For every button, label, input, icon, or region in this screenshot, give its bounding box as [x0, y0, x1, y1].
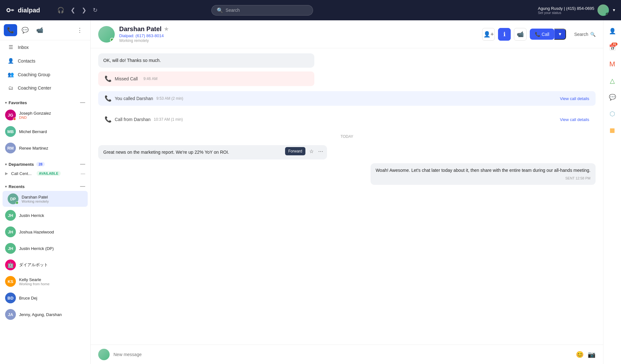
- forward-button[interactable]: ↗: [299, 148, 306, 155]
- avatar-status-dot: [606, 13, 609, 16]
- inbox-icon: ☰: [8, 44, 14, 50]
- joshua-name: Joshua Hazelwood: [19, 230, 85, 234]
- back-button[interactable]: ❮: [69, 5, 77, 15]
- msg-2-missed-call: 📞 Missed Call 9:46 AM: [98, 71, 314, 86]
- justin-dp-name: Justin Herrick (DP): [19, 246, 85, 251]
- recent-bot[interactable]: 🤖 ダイアルボット: [0, 257, 90, 273]
- info-button[interactable]: ℹ: [498, 28, 511, 41]
- more-options-button[interactable]: ⋯: [317, 148, 324, 155]
- bruce-info: Bruce Dej: [19, 296, 85, 300]
- chat-header: Darshan Patel ★ Dialpad: (617) 863-8014 …: [91, 20, 603, 48]
- recent-jenny[interactable]: JA Jenny, Agung, Darshan: [0, 307, 90, 322]
- coaching-center-icon: 🗂: [8, 85, 14, 91]
- emoji-button[interactable]: 😊: [576, 351, 584, 358]
- recent-kelly[interactable]: KS Kelly Searle Working from home: [0, 273, 90, 289]
- sidebar-item-coaching-center[interactable]: 🗂 Coaching Center: [3, 82, 88, 94]
- dept-minus-btn[interactable]: —: [81, 171, 85, 176]
- departments-collapse-icon[interactable]: ▾: [5, 163, 7, 166]
- departments-minus-btn[interactable]: —: [80, 161, 85, 167]
- video-tab[interactable]: 📹: [33, 24, 46, 36]
- favorite-michel[interactable]: MB Michel Bernard: [0, 124, 90, 139]
- sidebar-item-inbox[interactable]: ☰ Inbox: [3, 41, 88, 53]
- joseph-info: Joseph Gonzalez DND: [19, 111, 85, 119]
- call-button[interactable]: 📞 Call: [530, 29, 554, 40]
- dept-call-cent[interactable]: ▶ Call Cent... AVAILABLE —: [0, 168, 90, 179]
- jenny-info: Jenny, Agung, Darshan: [19, 312, 85, 317]
- departments-label: Departments: [9, 162, 34, 167]
- favorites-label: Favorites: [9, 100, 27, 105]
- dept-availability: AVAILABLE: [37, 171, 60, 176]
- call-in-label: Call from Darshan: [115, 117, 151, 122]
- star-icon[interactable]: ★: [164, 26, 168, 32]
- msg-4-call-in: 📞 Call from Darshan 10:37 AM (1 min) Vie…: [98, 112, 596, 127]
- missed-call-time: 9:46 AM: [143, 77, 157, 81]
- star-message-button[interactable]: ☆: [308, 148, 315, 155]
- favorites-section-header: ▾ Favorites —: [0, 97, 90, 107]
- michel-name: Michel Bernard: [19, 129, 85, 134]
- call-in-details-link[interactable]: View call details: [560, 117, 589, 122]
- joshua-info: Joshua Hazelwood: [19, 230, 85, 234]
- add-contact-button[interactable]: 👤+: [482, 28, 495, 41]
- user-dropdown-icon[interactable]: ▼: [612, 8, 616, 12]
- joseph-status: DND: [19, 116, 85, 119]
- favorite-joseph[interactable]: JG Joseph Gonzalez DND: [0, 107, 90, 123]
- chat-avatar-online-dot: [110, 38, 114, 42]
- chat-search-link[interactable]: Search 🔍: [574, 32, 596, 37]
- favorites-collapse-icon[interactable]: ▾: [5, 101, 7, 104]
- recent-darshan[interactable]: DP Darshan Patel Working remotely: [3, 191, 88, 207]
- departments-section-header: ▾ Departments 28 —: [0, 159, 90, 168]
- bruce-avatar: BD: [5, 293, 16, 303]
- darshan-name: Darshan Patel: [22, 195, 83, 199]
- recent-justin-dp[interactable]: JH Justin Herrick (DP): [0, 240, 90, 256]
- nav-controls: 🎧 ❮ ❯ ↻: [56, 5, 99, 15]
- chat-contact-phone: Dialpad: (617) 863-8014: [119, 33, 482, 38]
- app-body: 📞 💬 📹 ⋮ ☰ Inbox 👤 Contacts 👥 Coaching Gr…: [0, 20, 621, 364]
- headset-button[interactable]: 🎧: [56, 5, 65, 15]
- kelly-avatar: KS: [5, 276, 16, 287]
- search-icon: 🔍: [217, 7, 223, 13]
- camera-button[interactable]: 📷: [588, 351, 596, 358]
- call-button-wrapper: 📞 Call ▼: [530, 29, 566, 40]
- right-calendar-icon[interactable]: 📅 31: [607, 42, 618, 53]
- michel-info: Michel Bernard: [19, 129, 85, 134]
- favorites-minus-btn[interactable]: —: [80, 100, 85, 105]
- jenny-avatar: JA: [5, 309, 16, 320]
- sidebar-item-coaching-group[interactable]: 👥 Coaching Group: [3, 68, 88, 81]
- right-zendesk-icon[interactable]: ⬡: [607, 108, 618, 119]
- more-tab[interactable]: ⋮: [73, 24, 86, 36]
- right-contacts-icon[interactable]: 👤: [607, 25, 618, 37]
- justin-h-avatar: JH: [5, 210, 16, 221]
- forward-button[interactable]: ❯: [80, 5, 88, 15]
- sidebar-item-contacts[interactable]: 👤 Contacts: [3, 55, 88, 67]
- right-powerbi-icon[interactable]: ▦: [607, 125, 618, 136]
- recent-justin-h[interactable]: JH Justin Herrick: [0, 207, 90, 223]
- call-dropdown-button[interactable]: ▼: [554, 29, 566, 40]
- recent-bruce[interactable]: BD Bruce Dej: [0, 290, 90, 306]
- right-gmail-icon[interactable]: M: [607, 58, 618, 70]
- joseph-name: Joseph Gonzalez: [19, 111, 85, 116]
- joshua-avatar: JH: [5, 226, 16, 237]
- michel-avatar: MB: [5, 126, 16, 137]
- day-separator: TODAY: [98, 134, 596, 139]
- right-gdrive-icon[interactable]: △: [607, 75, 618, 86]
- global-search-input[interactable]: [226, 8, 308, 13]
- right-chat-icon[interactable]: 💬: [607, 91, 618, 103]
- call-out-details-link[interactable]: View call details: [560, 96, 589, 101]
- refresh-button[interactable]: ↻: [92, 5, 99, 15]
- msg-6: Great news on the marketing report. We'r…: [98, 145, 327, 159]
- chat-phone-number: (617) 863-8014: [135, 33, 164, 38]
- justin-h-info: Justin Herrick: [19, 213, 85, 218]
- msg-1: OK, will do! Thanks so much.: [98, 53, 314, 68]
- chat-tab[interactable]: 💬: [18, 24, 32, 36]
- message-input[interactable]: [113, 352, 572, 357]
- favorite-renee[interactable]: RM Renee Martinez: [0, 140, 90, 156]
- jenny-name: Jenny, Agung, Darshan: [19, 312, 85, 317]
- main-chat: Darshan Patel ★ Dialpad: (617) 863-8014 …: [91, 20, 603, 364]
- video-call-button[interactable]: 📹: [514, 28, 527, 41]
- global-search-bar[interactable]: 🔍: [211, 5, 313, 16]
- avatar[interactable]: [597, 4, 609, 16]
- phone-tab[interactable]: 📞: [4, 24, 17, 36]
- recents-minus-btn[interactable]: —: [80, 184, 85, 189]
- recent-joshua[interactable]: JH Joshua Hazelwood: [0, 224, 90, 240]
- recents-collapse-icon[interactable]: ▾: [5, 185, 7, 188]
